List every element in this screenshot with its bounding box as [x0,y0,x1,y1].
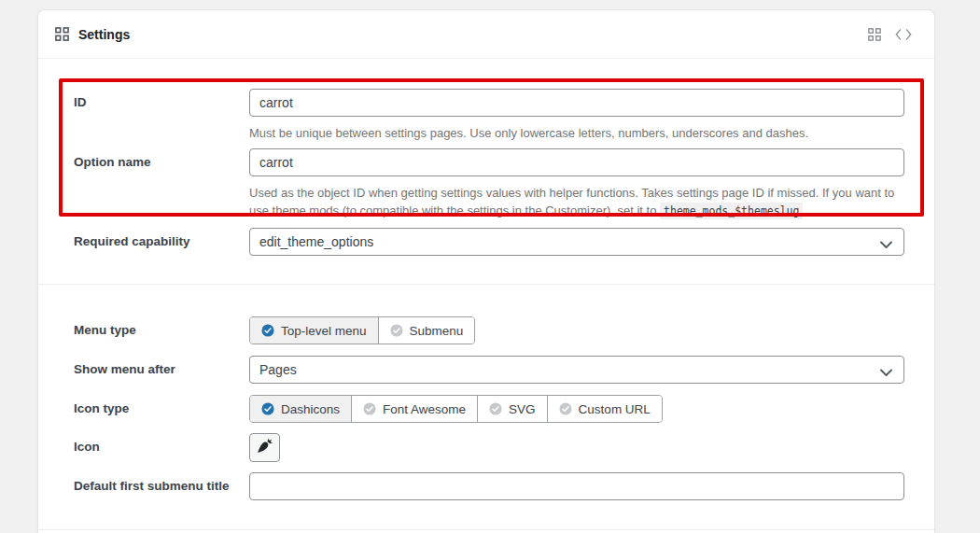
option-name-input[interactable] [249,148,904,176]
icon-type-label: Icon type [74,400,246,417]
panel-header: Settings [38,10,934,59]
menu-type-segmented-control: Top-level menu Submenu [249,316,475,344]
segment-label: SVG [509,402,536,416]
icon-type-option-dashicons[interactable]: Dashicons [250,396,351,422]
segment-label: Submenu [410,324,464,338]
check-circle-icon [390,324,403,337]
default-first-submenu-title-input[interactable] [249,472,904,500]
menu-type-option-submenu[interactable]: Submenu [378,317,475,344]
required-capability-label: Required capability [74,233,246,250]
show-menu-after-value: Pages [259,362,297,377]
settings-panel: Settings ID Must be unique between setti… [37,9,935,533]
required-capability-select[interactable]: edit_theme_options [249,228,904,256]
required-capability-value: edit_theme_options [259,234,373,249]
carrot-icon [256,437,273,458]
menu-type-label: Menu type [74,322,246,339]
layout-grid-icon[interactable] [868,28,881,41]
icon-type-segmented-control: Dashicons Font Awesome SVG Custom URL [249,395,663,423]
segment-label: Font Awesome [383,402,466,416]
show-menu-after-select[interactable]: Pages [249,356,904,384]
check-circle-icon [363,402,376,415]
check-circle-icon [261,324,274,337]
option-name-help-code: theme_mods_$themeslug [660,203,803,219]
chevron-down-icon [880,237,892,252]
check-circle-icon [559,402,572,415]
id-label: ID [74,94,246,111]
panel-title: Settings [78,27,130,42]
segment-label: Dashicons [281,402,340,416]
chevron-down-icon [880,365,892,380]
menu-type-option-top-level-menu[interactable]: Top-level menu [250,317,378,344]
section-divider [38,529,934,530]
icon-label: Icon [74,439,246,456]
check-circle-icon [261,402,274,415]
option-name-label: Option name [74,154,246,171]
option-name-help-after: . [803,203,809,217]
id-input[interactable] [249,89,904,117]
icon-type-option-font-awesome[interactable]: Font Awesome [351,396,477,422]
icon-picker-button[interactable] [249,433,280,462]
id-help-text: Must be unique between settings pages. U… [249,124,904,142]
default-first-submenu-title-label: Default first submenu title [74,478,246,495]
grid-icon [55,27,69,41]
check-circle-icon [489,402,502,415]
section-divider [38,284,934,285]
header-actions [868,28,912,41]
segment-label: Custom URL [579,402,651,416]
code-icon[interactable] [895,29,912,40]
icon-type-option-svg[interactable]: SVG [477,396,547,422]
show-menu-after-label: Show menu after [74,361,246,378]
icon-type-option-custom-url[interactable]: Custom URL [547,396,662,422]
segment-label: Top-level menu [281,324,367,338]
option-name-help-text: Used as the object ID when getting setti… [249,184,904,220]
